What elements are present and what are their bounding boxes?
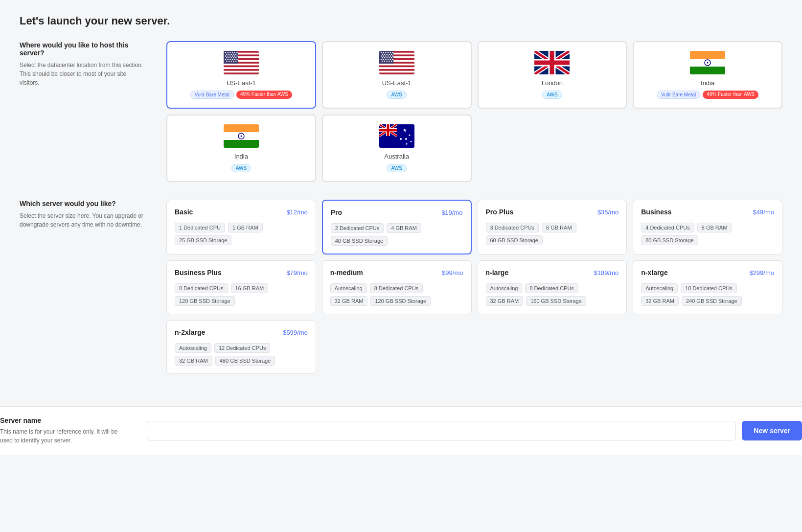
location-heading: Where would you like to host this server… xyxy=(20,41,147,57)
server-plan-price: $49/mo xyxy=(753,208,774,216)
location-badges: AWS xyxy=(175,164,307,172)
server-card[interactable]: Pro$19/mo2 Dedicated CPUs4 GB RAM40 GB S… xyxy=(322,200,472,254)
server-specs: 4 Dedicated CPUs8 GB RAM80 GB SSD Storag… xyxy=(641,223,774,245)
spec-tag: Autoscaling xyxy=(330,283,367,293)
svg-point-13 xyxy=(236,52,237,53)
svg-point-32 xyxy=(229,59,230,60)
location-card[interactable]: IndiaAWS xyxy=(166,115,316,182)
svg-point-80 xyxy=(389,61,390,62)
server-name-input[interactable] xyxy=(147,421,736,440)
location-name: US-East-1 xyxy=(175,79,307,87)
server-card-header: Business Plus$79/mo xyxy=(175,269,308,277)
svg-point-10 xyxy=(229,52,230,53)
location-card[interactable]: US-East-1Vultr Bare Metal49% Faster than… xyxy=(166,41,316,109)
svg-point-78 xyxy=(384,61,385,62)
location-card[interactable]: LondonAWS xyxy=(478,41,627,109)
svg-point-81 xyxy=(391,61,392,62)
spec-tag: 16 GB RAM xyxy=(231,283,269,293)
spec-tag: 8 Dedicated CPUs xyxy=(525,283,578,293)
svg-rect-45 xyxy=(379,64,414,66)
svg-point-79 xyxy=(386,61,387,62)
location-card[interactable]: IndiaVultr Bare Metal49% Faster than AWS xyxy=(633,41,782,109)
svg-point-70 xyxy=(391,57,392,58)
location-badges: AWS xyxy=(331,91,463,99)
server-plan-price: $79/mo xyxy=(286,269,307,277)
flag-icon xyxy=(534,51,570,74)
server-card[interactable]: n-xlarge$299/moAutoscaling10 Dedicated C… xyxy=(633,260,782,314)
server-card[interactable]: Pro Plus$35/mo3 Dedicated CPUs6 GB RAM60… xyxy=(478,200,627,254)
location-name: India xyxy=(175,153,307,160)
svg-point-35 xyxy=(236,59,237,60)
server-card[interactable]: n-large$189/moAutoscaling8 Dedicated CPU… xyxy=(478,260,627,314)
svg-point-69 xyxy=(389,57,390,58)
flag-icon xyxy=(379,51,414,74)
spec-tag: 480 GB SSD Storage xyxy=(215,356,275,366)
location-card[interactable]: AustraliaAWS xyxy=(322,115,472,182)
spec-tag: 32 GB RAM xyxy=(641,296,679,306)
server-plan-price: $12/mo xyxy=(286,208,307,216)
svg-point-92 xyxy=(240,136,242,137)
svg-rect-85 xyxy=(690,67,725,74)
svg-point-53 xyxy=(390,52,390,53)
svg-point-28 xyxy=(233,57,234,58)
svg-point-63 xyxy=(388,55,389,56)
page-title: Let's launch your new server. xyxy=(20,15,782,27)
svg-point-29 xyxy=(235,57,236,58)
location-badge: AWS xyxy=(231,164,251,172)
svg-point-15 xyxy=(229,54,229,55)
server-card[interactable]: Business$49/mo4 Dedicated CPUs8 GB RAM80… xyxy=(633,200,782,254)
server-plan-name: Basic xyxy=(175,208,193,216)
svg-rect-4 xyxy=(224,64,259,66)
location-badges: Vultr Bare Metal49% Faster than AWS xyxy=(642,91,774,99)
svg-point-11 xyxy=(232,52,233,53)
server-plan-price: $189/mo xyxy=(594,269,619,277)
svg-point-66 xyxy=(382,57,383,58)
svg-point-72 xyxy=(383,59,384,60)
server-card[interactable]: n-2xlarge$599/moAutoscaling12 Dedicated … xyxy=(166,320,316,374)
flag-icon xyxy=(690,51,725,74)
server-grid: Basic$12/mo1 Dedicated CPU1 GB RAM25 GB … xyxy=(166,200,782,374)
location-card[interactable]: US-East-1AWS xyxy=(322,41,472,109)
svg-point-30 xyxy=(225,59,226,60)
server-name-label-container: Server name This name is for your refere… xyxy=(0,416,127,445)
flag-icon xyxy=(224,124,259,148)
svg-point-26 xyxy=(229,57,229,58)
server-card[interactable]: n-medium$99/moAutoscaling8 Dedicated CPU… xyxy=(322,260,472,314)
spec-tag: Autoscaling xyxy=(641,283,678,293)
location-badge: Vultr Bare Metal xyxy=(657,91,700,99)
svg-point-22 xyxy=(232,55,233,56)
svg-point-58 xyxy=(389,54,390,55)
svg-point-55 xyxy=(382,54,383,55)
svg-rect-47 xyxy=(379,71,414,73)
spec-tag: 4 GB RAM xyxy=(387,223,421,233)
server-name-description: This name is for your reference only. It… xyxy=(0,427,127,445)
location-badge: AWS xyxy=(387,164,406,172)
spec-tag: 80 GB SSD Storage xyxy=(641,235,698,245)
server-card[interactable]: Business Plus$79/mo8 Dedicated CPUs16 GB… xyxy=(166,260,316,314)
svg-point-71 xyxy=(380,59,381,60)
spec-tag: 3 Dedicated CPUs xyxy=(486,223,539,232)
server-plan-price: $99/mo xyxy=(442,269,463,277)
svg-point-12 xyxy=(234,52,235,53)
location-grid: US-East-1Vultr Bare Metal49% Faster than… xyxy=(166,41,782,182)
svg-point-73 xyxy=(385,59,386,60)
server-card[interactable]: Basic$12/mo1 Dedicated CPU1 GB RAM25 GB … xyxy=(166,200,316,254)
svg-rect-5 xyxy=(224,67,259,69)
svg-point-34 xyxy=(234,59,235,60)
svg-point-75 xyxy=(390,59,390,60)
server-specs: 2 Dedicated CPUs4 GB RAM40 GB SSD Storag… xyxy=(331,223,463,246)
svg-point-23 xyxy=(234,55,235,56)
server-card-header: Pro Plus$35/mo xyxy=(486,208,619,216)
svg-point-49 xyxy=(380,52,381,53)
spec-tag: 8 Dedicated CPUs xyxy=(175,283,228,293)
new-server-button[interactable]: New server xyxy=(742,421,802,440)
server-plan-name: n-xlarge xyxy=(641,269,667,277)
spec-tag: 32 GB RAM xyxy=(175,356,212,366)
svg-point-25 xyxy=(226,57,227,58)
svg-point-17 xyxy=(233,54,234,55)
svg-point-14 xyxy=(226,54,227,55)
svg-point-62 xyxy=(385,55,386,56)
svg-point-67 xyxy=(384,57,385,58)
server-grid-container: Basic$12/mo1 Dedicated CPU1 GB RAM25 GB … xyxy=(166,200,782,374)
server-card-header: Business$49/mo xyxy=(641,208,774,216)
